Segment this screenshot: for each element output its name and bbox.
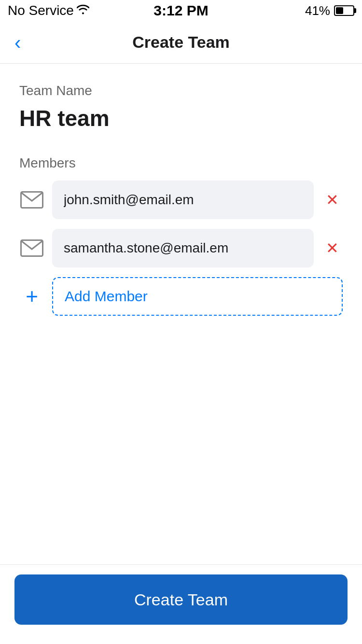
battery-icon: [334, 5, 354, 16]
back-button[interactable]: ‹: [14, 33, 21, 52]
plus-icon: +: [19, 286, 44, 307]
network-text: No Service: [8, 3, 74, 18]
remove-x-icon-1: ✕: [326, 192, 339, 208]
status-bar: No Service 3:12 PM 41%: [0, 0, 362, 21]
remove-member-button-2[interactable]: ✕: [321, 238, 343, 259]
page-title: Create Team: [132, 33, 230, 52]
member-email-input-1[interactable]: [52, 181, 314, 219]
content-area: Team Name HR team Members ✕: [0, 64, 362, 316]
email-icon-2: [19, 236, 44, 261]
back-chevron-icon: ‹: [14, 33, 21, 52]
add-member-label: Add Member: [65, 288, 148, 305]
add-member-button[interactable]: Add Member: [52, 277, 343, 316]
member-row: ✕: [19, 181, 343, 219]
wifi-icon: [77, 4, 89, 17]
members-label: Members: [19, 155, 343, 171]
nav-header: ‹ Create Team: [0, 21, 362, 64]
member-row: ✕: [19, 229, 343, 267]
status-battery: 41%: [305, 3, 354, 18]
bottom-action-area: Create Team: [0, 564, 362, 644]
email-icon-1: [19, 187, 44, 212]
team-name-label: Team Name: [19, 83, 343, 98]
battery-percent: 41%: [305, 3, 330, 18]
team-name-value: HR team: [19, 105, 343, 131]
members-section: Members ✕ ✕: [19, 155, 343, 316]
create-team-button[interactable]: Create Team: [14, 574, 348, 625]
status-network: No Service: [8, 3, 89, 18]
status-time: 3:12 PM: [153, 2, 208, 19]
add-member-row: + Add Member: [19, 277, 343, 316]
remove-x-icon-2: ✕: [326, 240, 339, 256]
remove-member-button-1[interactable]: ✕: [321, 189, 343, 210]
create-team-button-label: Create Team: [134, 590, 228, 609]
member-email-input-2[interactable]: [52, 229, 314, 267]
team-name-section: Team Name HR team: [19, 83, 343, 131]
